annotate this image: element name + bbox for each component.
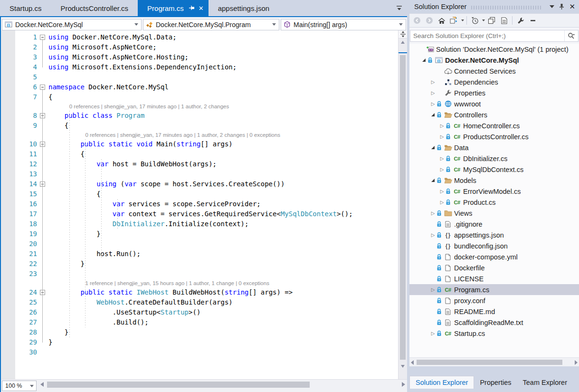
member-dropdown[interactable]: Main(string[] args) bbox=[281, 19, 406, 30]
glyph-margin-cell[interactable] bbox=[1, 249, 15, 259]
tree-item-models[interactable]: Models bbox=[409, 175, 579, 186]
pending-changes-filter-icon[interactable] bbox=[469, 15, 481, 26]
scroll-down-arrow[interactable] bbox=[399, 363, 407, 370]
codelens-info[interactable]: 0 references | shengjie_yan, 17 minutes … bbox=[1, 102, 399, 111]
glyph-margin-cell[interactable] bbox=[1, 327, 15, 337]
tree-item-productscontroller-cs[interactable]: ▷C#ProductsController.cs bbox=[409, 131, 579, 142]
expand-arrow-icon[interactable]: ▷ bbox=[431, 233, 435, 238]
code-text[interactable]: host.Run(); bbox=[48, 249, 141, 259]
document-tab-appsettings-json[interactable]: appsettings.json bbox=[209, 0, 279, 16]
tree-item-dependencies[interactable]: ▷Dependencies bbox=[409, 76, 579, 87]
window-position-chevron-icon[interactable] bbox=[550, 5, 554, 8]
code-text[interactable]: { bbox=[48, 189, 101, 199]
code-text[interactable]: { bbox=[48, 121, 68, 131]
type-dropdown[interactable]: Docker.NetCore.MySql.Program bbox=[143, 19, 279, 30]
code-text[interactable]: DbInitializer.Initialize(context); bbox=[48, 219, 248, 229]
vertical-scroll-thumb[interactable] bbox=[400, 55, 406, 360]
expand-arrow-icon[interactable]: ▷ bbox=[440, 167, 444, 172]
glyph-margin-cell[interactable] bbox=[1, 347, 15, 357]
code-text[interactable]: using (var scope = host.Services.CreateS… bbox=[48, 179, 285, 189]
code-text[interactable]: .UseStartup<Startup>() bbox=[48, 307, 200, 317]
tree-item-homecontroller-cs[interactable]: ▷C#HomeController.cs bbox=[409, 120, 579, 131]
collapse-arrow-icon[interactable] bbox=[431, 146, 435, 149]
glyph-margin-cell[interactable] bbox=[1, 121, 15, 131]
glyph-margin-cell[interactable] bbox=[1, 269, 15, 279]
tree-item-connected-services[interactable]: Connected Services bbox=[409, 66, 579, 76]
close-icon[interactable]: ✕ bbox=[569, 2, 575, 11]
code-text[interactable]: { bbox=[48, 92, 52, 102]
pin-icon[interactable] bbox=[189, 5, 195, 11]
code-text[interactable]: var services = scope.ServiceProvider; bbox=[48, 199, 261, 209]
code-text[interactable]: using Microsoft.AspNetCore; bbox=[48, 42, 157, 52]
fold-collapse-box[interactable] bbox=[40, 113, 45, 118]
scroll-right-arrow[interactable] bbox=[575, 360, 578, 365]
tree-item-startup-cs[interactable]: ▷C#Startup.cs bbox=[409, 328, 579, 339]
panel-tab-properties[interactable]: Properties bbox=[474, 376, 517, 389]
scroll-right-arrow[interactable] bbox=[402, 382, 405, 387]
expand-arrow-icon[interactable]: ▷ bbox=[431, 287, 435, 292]
tree-item-scaffoldingreadme-txt[interactable]: ScaffoldingReadMe.txt bbox=[409, 317, 579, 328]
glyph-margin-cell[interactable] bbox=[1, 72, 15, 82]
back-icon[interactable] bbox=[411, 15, 423, 26]
collapse-arrow-icon[interactable] bbox=[431, 179, 435, 182]
tree-horizontal-scroll-thumb[interactable] bbox=[417, 360, 562, 365]
tree-item-appsettings-json[interactable]: ▷{ }appsettings.json bbox=[409, 229, 579, 240]
fold-collapse-box[interactable] bbox=[40, 182, 45, 187]
glyph-margin-cell[interactable] bbox=[1, 199, 15, 209]
expand-arrow-icon[interactable]: ▷ bbox=[440, 124, 444, 128]
glyph-margin-cell[interactable] bbox=[1, 82, 15, 92]
tree-item-controllers[interactable]: Controllers bbox=[409, 109, 579, 120]
glyph-margin-cell[interactable] bbox=[1, 92, 15, 102]
code-text[interactable]: var host = BuildWebHost(args); bbox=[48, 159, 217, 169]
expand-arrow-icon[interactable]: ▷ bbox=[440, 156, 444, 161]
panel-tab-solution-explorer[interactable]: Solution Explorer bbox=[409, 376, 474, 389]
chevron-down-icon[interactable] bbox=[461, 19, 464, 21]
code-text[interactable]: public static IWebHost BuildWebHost(stri… bbox=[48, 287, 293, 297]
collapse-all-icon[interactable] bbox=[527, 15, 539, 26]
properties-icon[interactable] bbox=[515, 15, 526, 26]
tree-item-data[interactable]: Data bbox=[409, 142, 579, 153]
tree-item-program-cs[interactable]: ▷C#Program.cs bbox=[409, 284, 579, 295]
glyph-margin-cell[interactable] bbox=[1, 149, 15, 159]
tree-item-proxy-conf[interactable]: proxy.conf bbox=[409, 295, 579, 306]
project-dropdown[interactable]: Docker.NetCore.MySql bbox=[2, 19, 142, 30]
editor-splitter-grip-icon[interactable] bbox=[399, 30, 407, 38]
code-text[interactable]: using Docker.NetCore.MySql.Data; bbox=[48, 32, 177, 42]
switch-views-icon[interactable] bbox=[448, 15, 460, 26]
glyph-margin-cell[interactable] bbox=[1, 32, 15, 42]
glyph-margin-cell[interactable] bbox=[1, 307, 15, 317]
expand-arrow-icon[interactable]: ▷ bbox=[431, 211, 435, 216]
preview-selected-items-icon[interactable] bbox=[498, 15, 510, 26]
tree-item-errorviewmodel-cs[interactable]: ▷C#ErrorViewModel.cs bbox=[409, 186, 579, 197]
fold-collapse-box[interactable] bbox=[40, 142, 45, 147]
glyph-margin-cell[interactable] bbox=[1, 337, 15, 347]
tree-item-dbinitializer-cs[interactable]: ▷C#DbInitializer.cs bbox=[409, 153, 579, 164]
tree-item-solution-docker-netcore-mysql-1-project-[interactable]: Solution 'Docker.NetCore.MySql' (1 proje… bbox=[409, 44, 579, 55]
panel-tab-team-explorer[interactable]: Team Explorer bbox=[517, 376, 573, 389]
fold-collapse-box[interactable] bbox=[40, 35, 45, 40]
expand-arrow-icon[interactable]: ▷ bbox=[431, 102, 435, 106]
scroll-up-arrow[interactable] bbox=[399, 38, 407, 46]
horizontal-scrollbar[interactable] bbox=[40, 380, 405, 392]
vertical-scrollbar[interactable] bbox=[398, 30, 407, 380]
code-text[interactable]: } bbox=[48, 229, 101, 239]
glyph-margin-cell[interactable] bbox=[1, 111, 15, 121]
pin-icon[interactable] bbox=[559, 3, 564, 10]
scroll-left-arrow[interactable] bbox=[40, 382, 44, 387]
tree-item-product-cs[interactable]: ▷C#Product.cs bbox=[409, 197, 579, 208]
scroll-left-arrow[interactable] bbox=[411, 360, 414, 365]
glyph-margin-cell[interactable] bbox=[1, 219, 15, 229]
glyph-margin-cell[interactable] bbox=[1, 179, 15, 189]
glyph-margin-cell[interactable] bbox=[1, 52, 15, 62]
glyph-margin-cell[interactable] bbox=[1, 62, 15, 72]
tree-item-docker-netcore-mysql[interactable]: Docker.NetCore.MySql bbox=[409, 55, 579, 66]
glyph-margin-cell[interactable] bbox=[1, 169, 15, 179]
tree-item--gitignore[interactable]: .gitignore bbox=[409, 219, 579, 229]
code-text[interactable]: using Microsoft.Extensions.DependencyInj… bbox=[48, 62, 237, 72]
tree-item-views[interactable]: ▷Views bbox=[409, 208, 579, 219]
tree-item-docker-compose-yml[interactable]: docker-compose.yml bbox=[409, 251, 579, 262]
titlebar-drag-grip[interactable] bbox=[471, 6, 541, 10]
glyph-margin-cell[interactable] bbox=[1, 239, 15, 249]
tree-item-mysqldbcontext-cs[interactable]: ▷C#MySqlDbContext.cs bbox=[409, 164, 579, 175]
code-text[interactable]: using Microsoft.AspNetCore.Hosting; bbox=[48, 52, 189, 62]
